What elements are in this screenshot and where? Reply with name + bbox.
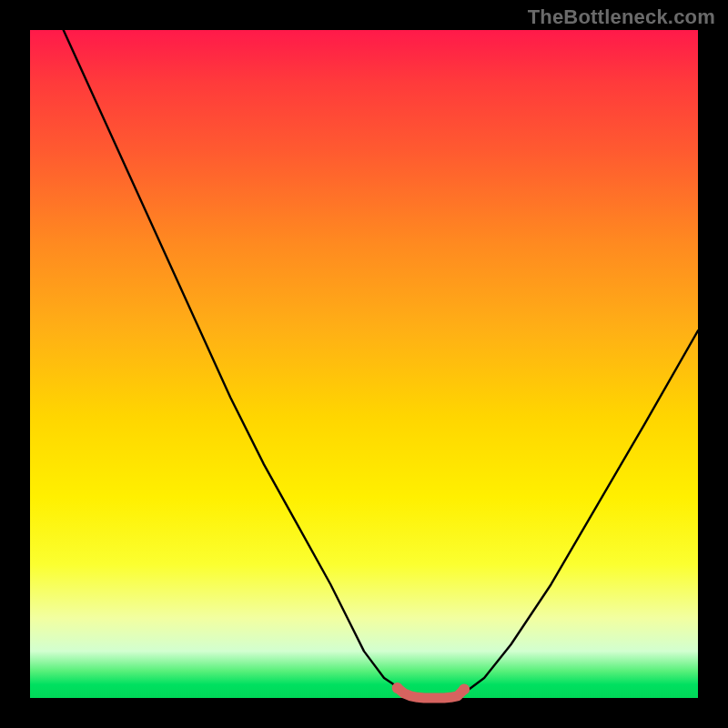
watermark-text: TheBottleneck.com: [528, 5, 715, 29]
bottleneck-curve: [64, 30, 698, 698]
optimal-region-end-left: [392, 682, 403, 693]
chart-frame: TheBottleneck.com: [0, 0, 728, 728]
optimal-region-end-right: [459, 683, 470, 694]
optimal-region: [398, 688, 464, 698]
chart-svg: [30, 30, 698, 698]
plot-area: [30, 30, 698, 698]
